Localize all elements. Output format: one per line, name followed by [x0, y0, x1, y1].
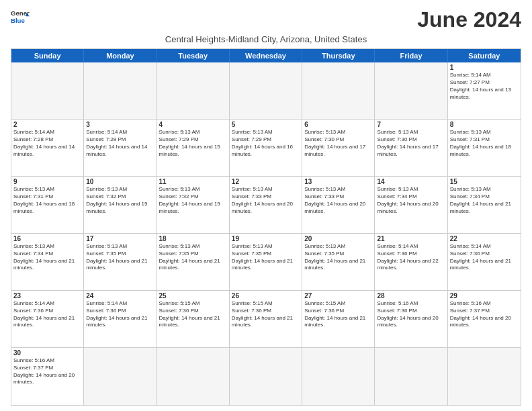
- cell-info: Sunrise: 5:13 AMSunset: 7:33 PMDaylight:…: [304, 186, 372, 215]
- calendar-cell: [375, 348, 447, 405]
- day-number: 12: [232, 178, 300, 185]
- calendar-cell: 25Sunrise: 5:15 AMSunset: 7:36 PMDayligh…: [157, 291, 230, 348]
- page: General Blue June 2024 Central Heights-M…: [0, 0, 532, 411]
- calendar-cell: 30Sunrise: 5:16 AMSunset: 7:37 PMDayligh…: [11, 348, 84, 405]
- calendar-cell: 12Sunrise: 5:13 AMSunset: 7:33 PMDayligh…: [230, 177, 302, 234]
- cell-info: Sunrise: 5:14 AMSunset: 7:36 PMDaylight:…: [86, 300, 154, 329]
- day-number: 6: [304, 121, 372, 128]
- calendar-cell: 20Sunrise: 5:13 AMSunset: 7:35 PMDayligh…: [302, 234, 375, 291]
- cell-info: Sunrise: 5:14 AMSunset: 7:28 PMDaylight:…: [13, 129, 81, 158]
- calendar-header: SundayMondayTuesdayWednesdayThursdayFrid…: [11, 49, 521, 62]
- day-number: 24: [86, 292, 154, 300]
- cell-info: Sunrise: 5:13 AMSunset: 7:31 PMDaylight:…: [13, 186, 81, 215]
- day-number: 8: [450, 121, 519, 128]
- calendar-cell: 29Sunrise: 5:16 AMSunset: 7:37 PMDayligh…: [448, 291, 521, 348]
- cell-info: Sunrise: 5:13 AMSunset: 7:32 PMDaylight:…: [159, 186, 227, 215]
- day-number: 21: [377, 235, 445, 242]
- calendar-cell: [84, 348, 157, 405]
- calendar-cell: [84, 62, 157, 120]
- cell-info: Sunrise: 5:16 AMSunset: 7:37 PMDaylight:…: [450, 300, 519, 329]
- cell-info: Sunrise: 5:13 AMSunset: 7:35 PMDaylight:…: [86, 243, 154, 272]
- calendar-cell: 26Sunrise: 5:15 AMSunset: 7:36 PMDayligh…: [230, 291, 302, 348]
- cell-info: Sunrise: 5:13 AMSunset: 7:34 PMDaylight:…: [377, 186, 445, 215]
- calendar-cell: [302, 62, 375, 120]
- calendar: SundayMondayTuesdayWednesdayThursdayFrid…: [11, 48, 521, 406]
- header-day-saturday: Saturday: [448, 49, 521, 62]
- subtitle: Central Heights-Midland City, Arizona, U…: [11, 34, 521, 44]
- day-number: 2: [13, 121, 81, 128]
- cell-info: Sunrise: 5:15 AMSunset: 7:36 PMDaylight:…: [304, 300, 372, 329]
- day-number: 3: [86, 121, 154, 128]
- day-number: 23: [13, 292, 81, 300]
- cell-info: Sunrise: 5:15 AMSunset: 7:36 PMDaylight:…: [232, 300, 300, 329]
- day-number: 16: [13, 235, 81, 242]
- day-number: 1: [450, 64, 519, 71]
- cell-info: Sunrise: 5:13 AMSunset: 7:32 PMDaylight:…: [86, 186, 154, 215]
- cell-info: Sunrise: 5:13 AMSunset: 7:29 PMDaylight:…: [232, 129, 300, 158]
- calendar-cell: 18Sunrise: 5:13 AMSunset: 7:35 PMDayligh…: [157, 234, 230, 291]
- day-number: 9: [13, 178, 81, 185]
- cell-info: Sunrise: 5:16 AMSunset: 7:37 PMDaylight:…: [13, 357, 81, 386]
- day-number: 10: [86, 178, 154, 185]
- day-number: 15: [450, 178, 519, 185]
- calendar-cell: 1Sunrise: 5:14 AMSunset: 7:27 PMDaylight…: [448, 62, 521, 120]
- day-number: 5: [232, 121, 300, 128]
- cell-info: Sunrise: 5:13 AMSunset: 7:30 PMDaylight:…: [377, 129, 445, 158]
- calendar-cell: [157, 348, 230, 405]
- day-number: 20: [304, 235, 372, 242]
- calendar-cell: 16Sunrise: 5:13 AMSunset: 7:34 PMDayligh…: [11, 234, 84, 291]
- header-day-thursday: Thursday: [302, 49, 375, 62]
- calendar-cell: 2Sunrise: 5:14 AMSunset: 7:28 PMDaylight…: [11, 120, 84, 177]
- calendar-cell: [375, 62, 447, 120]
- month-title: June 2024: [417, 8, 521, 32]
- calendar-cell: 27Sunrise: 5:15 AMSunset: 7:36 PMDayligh…: [302, 291, 375, 348]
- cell-info: Sunrise: 5:13 AMSunset: 7:31 PMDaylight:…: [450, 129, 519, 158]
- header-day-friday: Friday: [375, 49, 447, 62]
- cell-info: Sunrise: 5:13 AMSunset: 7:35 PMDaylight:…: [304, 243, 372, 272]
- calendar-cell: [230, 348, 302, 405]
- calendar-cell: 17Sunrise: 5:13 AMSunset: 7:35 PMDayligh…: [84, 234, 157, 291]
- day-number: 27: [304, 292, 372, 300]
- cell-info: Sunrise: 5:16 AMSunset: 7:36 PMDaylight:…: [377, 300, 445, 329]
- day-number: 28: [377, 292, 445, 300]
- day-number: 30: [13, 349, 81, 357]
- calendar-cell: 23Sunrise: 5:14 AMSunset: 7:36 PMDayligh…: [11, 291, 84, 348]
- calendar-cell: 3Sunrise: 5:14 AMSunset: 7:28 PMDaylight…: [84, 120, 157, 177]
- cell-info: Sunrise: 5:13 AMSunset: 7:34 PMDaylight:…: [13, 243, 81, 272]
- day-number: 13: [304, 178, 372, 185]
- day-number: 22: [450, 235, 519, 242]
- cell-info: Sunrise: 5:14 AMSunset: 7:28 PMDaylight:…: [86, 129, 154, 158]
- day-number: 11: [159, 178, 227, 185]
- generalblue-logo-icon: General Blue: [11, 8, 30, 27]
- calendar-cell: [11, 62, 84, 120]
- calendar-cell: 5Sunrise: 5:13 AMSunset: 7:29 PMDaylight…: [230, 120, 302, 177]
- cell-info: Sunrise: 5:14 AMSunset: 7:36 PMDaylight:…: [377, 243, 445, 272]
- calendar-cell: 4Sunrise: 5:13 AMSunset: 7:29 PMDaylight…: [157, 120, 230, 177]
- cell-info: Sunrise: 5:14 AMSunset: 7:27 PMDaylight:…: [450, 72, 519, 101]
- calendar-cell: [157, 62, 230, 120]
- day-number: 18: [159, 235, 227, 242]
- day-number: 17: [86, 235, 154, 242]
- cell-info: Sunrise: 5:13 AMSunset: 7:34 PMDaylight:…: [450, 186, 519, 215]
- cell-info: Sunrise: 5:13 AMSunset: 7:35 PMDaylight:…: [232, 243, 300, 272]
- header-day-tuesday: Tuesday: [157, 49, 230, 62]
- calendar-cell: 24Sunrise: 5:14 AMSunset: 7:36 PMDayligh…: [84, 291, 157, 348]
- calendar-cell: 8Sunrise: 5:13 AMSunset: 7:31 PMDaylight…: [448, 120, 521, 177]
- day-number: 25: [159, 292, 227, 300]
- cell-info: Sunrise: 5:13 AMSunset: 7:29 PMDaylight:…: [159, 129, 227, 158]
- calendar-cell: [230, 62, 302, 120]
- header-day-wednesday: Wednesday: [230, 49, 302, 62]
- cell-info: Sunrise: 5:13 AMSunset: 7:35 PMDaylight:…: [159, 243, 227, 272]
- calendar-cell: 10Sunrise: 5:13 AMSunset: 7:32 PMDayligh…: [84, 177, 157, 234]
- cell-info: Sunrise: 5:14 AMSunset: 7:36 PMDaylight:…: [450, 243, 519, 272]
- logo: General Blue: [11, 8, 30, 27]
- day-number: 29: [450, 292, 519, 300]
- calendar-cell: 19Sunrise: 5:13 AMSunset: 7:35 PMDayligh…: [230, 234, 302, 291]
- header-day-sunday: Sunday: [11, 49, 84, 62]
- day-number: 19: [232, 235, 300, 242]
- calendar-body: 1Sunrise: 5:14 AMSunset: 7:27 PMDaylight…: [11, 62, 521, 405]
- calendar-cell: 28Sunrise: 5:16 AMSunset: 7:36 PMDayligh…: [375, 291, 447, 348]
- day-number: 4: [159, 121, 227, 128]
- calendar-cell: 7Sunrise: 5:13 AMSunset: 7:30 PMDaylight…: [375, 120, 447, 177]
- day-number: 7: [377, 121, 445, 128]
